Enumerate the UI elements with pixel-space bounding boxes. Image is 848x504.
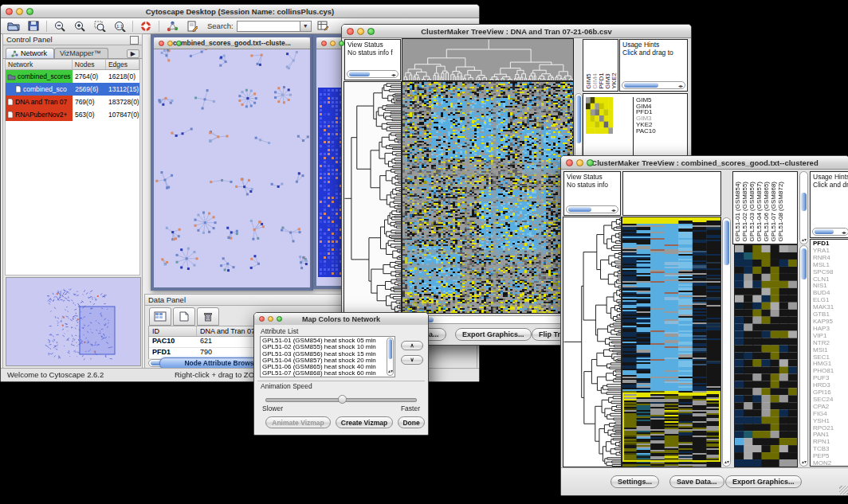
settings-button[interactable]: Settings... bbox=[610, 475, 659, 488]
vertical-scrollbar[interactable]: ▴▾ bbox=[799, 171, 808, 244]
horizontal-scrollbar[interactable]: ◂▸ bbox=[347, 70, 398, 78]
column-dendrogram-canvas[interactable] bbox=[402, 39, 573, 80]
toolbar-separator bbox=[46, 21, 47, 32]
zoom-window-icon[interactable] bbox=[367, 28, 375, 35]
map-colors-dialog: Map Colors to Network Attribute List GPL… bbox=[253, 312, 429, 436]
tab-network[interactable]: Network bbox=[6, 48, 54, 58]
slider-thumb[interactable] bbox=[338, 395, 347, 404]
frame-window-controls[interactable] bbox=[321, 41, 344, 46]
save-file-icon[interactable] bbox=[26, 20, 41, 32]
network-list-item[interactable]: DNA and Tran 07769(0)183728(0) bbox=[6, 96, 139, 108]
animate-vizmap-button[interactable]: Animate Vizmap bbox=[265, 416, 331, 428]
zoom-selected-icon[interactable] bbox=[92, 20, 107, 32]
vertical-scrollbar[interactable]: ▴▾ bbox=[722, 217, 731, 467]
zoom-window-icon[interactable] bbox=[26, 8, 33, 15]
minimize-icon[interactable] bbox=[268, 316, 273, 322]
close-icon[interactable] bbox=[321, 41, 327, 46]
zoom-window-icon[interactable] bbox=[587, 159, 594, 166]
treeview1-title-bar[interactable]: ClusterMaker TreeView : DNA and Tran 07-… bbox=[342, 25, 691, 38]
zoom-column-labels: GIM5GIM4PFD1GIM3YKE2PAC10 bbox=[583, 39, 618, 92]
tab-overflow-arrow[interactable]: ▶ bbox=[127, 49, 139, 58]
dialog-title-bar[interactable]: Map Colors to Network bbox=[254, 313, 428, 326]
tab-vizmapper[interactable]: VizMapper™ bbox=[54, 48, 108, 58]
create-attribute-icon[interactable] bbox=[173, 307, 195, 326]
attribute-table-icon[interactable] bbox=[316, 20, 331, 32]
window-controls[interactable] bbox=[6, 8, 33, 15]
column-label: GPL51-08 (GSM872) bbox=[778, 182, 783, 242]
float-panel-icon[interactable] bbox=[130, 36, 139, 45]
frame-window-controls[interactable] bbox=[159, 41, 182, 46]
heatmap-canvas[interactable] bbox=[402, 82, 573, 313]
col-nodes[interactable]: Nodes bbox=[73, 60, 106, 69]
horizontal-scrollbar[interactable]: ◂▸ bbox=[622, 81, 685, 89]
search-input[interactable] bbox=[237, 21, 300, 32]
main-title-bar[interactable]: Cytoscape Desktop (Session Name: collins… bbox=[1, 5, 479, 18]
row-dendrogram-canvas[interactable] bbox=[563, 217, 621, 467]
export-graphics-button[interactable]: Export Graphics... bbox=[455, 328, 532, 341]
vizmapper-icon[interactable] bbox=[165, 20, 179, 32]
close-icon[interactable] bbox=[159, 41, 164, 46]
minimize-icon[interactable] bbox=[576, 159, 583, 166]
window-title: Cytoscape Desktop (Session Name: collins… bbox=[1, 7, 479, 16]
control-panel-title: Control Panel bbox=[6, 35, 53, 44]
zoom-window-icon[interactable] bbox=[277, 316, 282, 322]
attribute-list-item[interactable]: GPL51-07 (GSM868) heat shock 60 min bbox=[262, 370, 393, 377]
minimize-icon[interactable] bbox=[330, 41, 336, 46]
col-network[interactable]: Network bbox=[6, 60, 73, 69]
select-attributes-icon[interactable] bbox=[149, 307, 171, 326]
minimize-icon[interactable] bbox=[167, 41, 173, 46]
close-icon[interactable] bbox=[259, 316, 265, 322]
minimize-icon[interactable] bbox=[357, 28, 364, 35]
delete-attribute-icon[interactable] bbox=[197, 307, 219, 326]
column-label: GPL51-06 (GSM865) bbox=[764, 182, 769, 242]
view-status-title: View Status bbox=[347, 41, 383, 49]
col-edges[interactable]: Edges bbox=[106, 60, 139, 69]
move-down-button[interactable]: ∨ bbox=[401, 355, 423, 365]
network-list-item[interactable]: combined_scores2764(0)16218(0) bbox=[6, 70, 139, 83]
heatmap-canvas[interactable] bbox=[622, 217, 720, 467]
col-id[interactable]: ID bbox=[149, 326, 197, 336]
close-icon[interactable] bbox=[566, 159, 573, 166]
close-icon[interactable] bbox=[6, 8, 13, 15]
network-list-item[interactable]: combined_sco2569(6)13112(15) bbox=[6, 83, 139, 96]
zoom-heatmap-canvas[interactable] bbox=[735, 245, 797, 467]
zoom-column-labels: GPL51-01 (GSM854)GPL51-02 (GSM855)GPL51-… bbox=[732, 171, 798, 244]
window-controls[interactable] bbox=[259, 316, 282, 322]
treeview2-title-bar[interactable]: ClusterMaker TreeView : combined_scores_… bbox=[561, 156, 848, 170]
window-controls[interactable] bbox=[347, 28, 375, 35]
export-graphics-button[interactable]: Export Graphics... bbox=[725, 475, 802, 488]
vertical-scrollbar[interactable]: ▴▾ bbox=[799, 245, 808, 467]
move-up-button[interactable]: ∧ bbox=[401, 341, 423, 350]
save-data-button[interactable]: Save Data... bbox=[669, 475, 724, 488]
attribute-listbox[interactable]: GPL51-01 (GSM854) heat shock 05 minGPL51… bbox=[260, 336, 395, 377]
network-list-item[interactable]: RNAPuberNov2+563(0)107847(0) bbox=[6, 108, 139, 121]
search-dropdown-icon[interactable]: ▼ bbox=[300, 21, 312, 32]
zoom-out-icon[interactable] bbox=[53, 20, 67, 32]
resize-grip[interactable] bbox=[839, 486, 848, 494]
vertical-scrollbar[interactable]: ▴▾ bbox=[387, 338, 394, 376]
speed-slider[interactable] bbox=[265, 398, 417, 402]
network-canvas[interactable] bbox=[154, 49, 310, 287]
zoom-fit-icon[interactable]: 1:1 bbox=[112, 20, 127, 32]
zoom-window-icon[interactable] bbox=[339, 41, 344, 46]
zoom-in-icon[interactable] bbox=[73, 20, 87, 32]
network-overview-canvas[interactable] bbox=[6, 277, 141, 366]
minimize-icon[interactable] bbox=[16, 8, 23, 15]
row-dendrogram-canvas[interactable] bbox=[344, 82, 401, 313]
done-button[interactable]: Done bbox=[398, 416, 425, 428]
open-folder-icon[interactable] bbox=[6, 20, 21, 32]
annotation-icon[interactable] bbox=[185, 20, 199, 32]
zoom-window-icon[interactable] bbox=[176, 41, 182, 46]
gene-label[interactable]: MON2 bbox=[813, 460, 848, 467]
horizontal-scrollbar[interactable]: ◂▸ bbox=[566, 205, 618, 213]
close-icon[interactable] bbox=[347, 28, 354, 35]
create-vizmap-button[interactable]: Create Vizmap bbox=[336, 416, 393, 428]
control-panel: Control Panel Network VizMapper™ ▶ Netwo… bbox=[2, 33, 143, 369]
column-dendrogram-area bbox=[622, 171, 721, 216]
horizontal-scrollbar[interactable]: ◂▸ bbox=[812, 228, 848, 236]
network-table-header[interactable]: Network Nodes Edges bbox=[6, 60, 139, 70]
zoom-heatmap-canvas[interactable] bbox=[586, 97, 613, 134]
help-lifesaver-icon[interactable] bbox=[139, 20, 153, 32]
network-frame-title-bar[interactable]: combined_scores_good.txt--cluste... bbox=[154, 37, 310, 49]
window-controls[interactable] bbox=[566, 159, 594, 166]
